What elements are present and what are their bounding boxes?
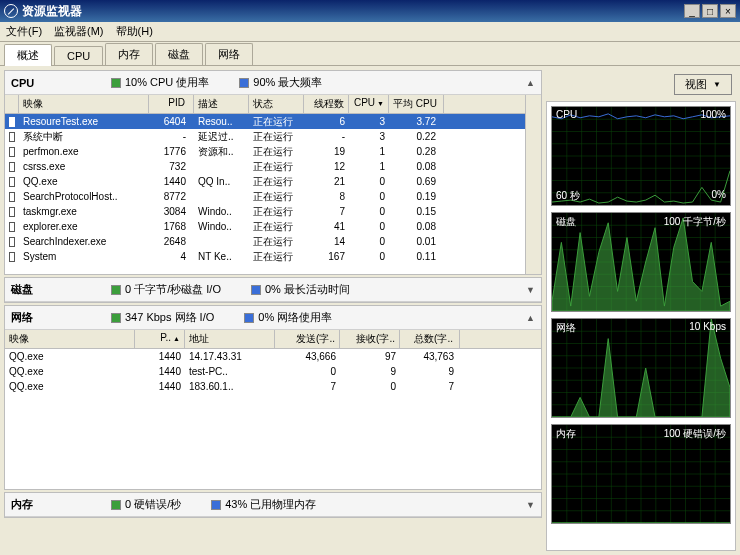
tabbar: 概述 CPU 内存 磁盘 网络 [0,42,740,66]
scrollbar-vertical[interactable] [525,95,541,274]
chevron-up-icon: ▲ [526,78,535,88]
network-panel-title: 网络 [11,310,111,325]
mem-hard-swatch-icon [111,500,121,510]
disk-io-label: 0 千字节/秒磁盘 I/O [125,282,221,297]
table-row[interactable]: System4 NT Ke..正在运行 1670 0.11 [5,249,525,264]
view-button[interactable]: 视图 ▼ [674,74,732,95]
cpu-maxfreq-swatch-icon [239,78,249,88]
table-row[interactable]: perfmon.exe1776 资源和..正在运行 191 0.28 [5,144,525,159]
table-row[interactable]: QQ.exe1440 14.17.43.3143,666 9743,763 [5,349,541,364]
cpu-panel-header[interactable]: CPU 10% CPU 使用率 90% 最大频率 ▲ [5,71,541,95]
table-row[interactable]: explorer.exe1768 Windo..正在运行 410 0.08 [5,219,525,234]
chevron-down-icon: ▼ [526,500,535,510]
menubar: 文件(F) 监视器(M) 帮助(H) [0,22,740,42]
memory-panel: 内存 0 硬错误/秒 43% 已用物理内存 ▼ [4,492,542,518]
checkbox[interactable] [9,147,15,157]
col-pid[interactable]: PID [149,95,194,113]
graph-磁盘: 磁盘100 千字节/秒 [551,212,731,312]
mem-used-label: 43% 已用物理内存 [225,497,316,512]
cpu-panel: CPU 10% CPU 使用率 90% 最大频率 ▲ 映像 PID 描述 状态 … [4,70,542,275]
checkbox[interactable] [9,117,15,127]
col-avg[interactable]: 平均 CPU [389,95,444,113]
checkbox[interactable] [9,192,15,202]
disk-io-swatch-icon [111,285,121,295]
cpu-panel-title: CPU [11,77,111,89]
titlebar: 资源监视器 _ □ × [0,0,740,22]
table-row[interactable]: csrss.exe732 正在运行 121 0.08 [5,159,525,174]
tab-network[interactable]: 网络 [205,43,253,65]
network-panel: 网络 347 Kbps 网络 I/O 0% 网络使用率 ▲ 映像 P..▲ 地址… [4,305,542,490]
net-io-label: 347 Kbps 网络 I/O [125,310,214,325]
disk-activity-swatch-icon [251,285,261,295]
col-cpu[interactable]: CPU▼ [349,95,389,113]
checkbox[interactable] [9,252,15,262]
ncol-image[interactable]: 映像 [5,330,135,348]
table-row[interactable]: QQ.exe1440 183.60.1..7 07 [5,379,541,394]
graph-内存: 内存100 硬错误/秒 [551,424,731,524]
menu-monitor[interactable]: 监视器(M) [54,24,104,39]
side-graphs: CPU100% 60 秒0% 磁盘100 千字节/秒 网络10 Kbps 内存1… [546,101,736,551]
menu-help[interactable]: 帮助(H) [116,24,153,39]
cpu-maxfreq-label: 90% 最大频率 [253,75,322,90]
table-row[interactable]: ResoureTest.exe6404 Resou..正在运行 63 3.72 [5,114,525,129]
window-title: 资源监视器 [22,3,682,20]
memory-panel-header[interactable]: 内存 0 硬错误/秒 43% 已用物理内存 ▼ [5,493,541,517]
disk-activity-label: 0% 最长活动时间 [265,282,350,297]
network-table-header: 映像 P..▲ 地址 发送(字.. 接收(字.. 总数(字.. [5,330,541,349]
net-usage-label: 0% 网络使用率 [258,310,332,325]
graph-CPU: CPU100% 60 秒0% [551,106,731,206]
sort-arrow-icon: ▲ [173,335,180,342]
tab-disk[interactable]: 磁盘 [155,43,203,65]
col-image[interactable]: 映像 [19,95,149,113]
tab-memory[interactable]: 内存 [105,43,153,65]
ncol-total[interactable]: 总数(字.. [400,330,460,348]
table-row[interactable]: SearchProtocolHost..8772 正在运行 80 0.19 [5,189,525,204]
minimize-button[interactable]: _ [684,4,700,18]
checkbox[interactable] [9,132,15,142]
sort-desc-icon: ▼ [377,100,384,107]
table-row[interactable]: QQ.exe1440 QQ In..正在运行 210 0.69 [5,174,525,189]
table-row[interactable]: taskmgr.exe3084 Windo..正在运行 70 0.15 [5,204,525,219]
disk-panel: 磁盘 0 千字节/秒磁盘 I/O 0% 最长活动时间 ▼ [4,277,542,303]
checkbox[interactable] [9,207,15,217]
checkbox[interactable] [9,222,15,232]
ncol-pid[interactable]: P..▲ [135,330,185,348]
cpu-usage-swatch-icon [111,78,121,88]
checkbox[interactable] [9,237,15,247]
chevron-up-icon: ▲ [526,313,535,323]
tab-overview[interactable]: 概述 [4,44,52,66]
menu-file[interactable]: 文件(F) [6,24,42,39]
cpu-usage-label: 10% CPU 使用率 [125,75,209,90]
ncol-addr[interactable]: 地址 [185,330,275,348]
graph-网络: 网络10 Kbps [551,318,731,418]
col-status[interactable]: 状态 [249,95,304,113]
network-table-body: QQ.exe1440 14.17.43.3143,666 9743,763QQ.… [5,349,541,399]
col-threads[interactable]: 线程数 [304,95,349,113]
memory-panel-title: 内存 [11,497,111,512]
table-row[interactable]: 系统中断- 延迟过..正在运行 -3 0.22 [5,129,525,144]
app-icon [4,4,18,18]
disk-panel-title: 磁盘 [11,282,111,297]
checkbox[interactable] [9,162,15,172]
ncol-recv[interactable]: 接收(字.. [340,330,400,348]
col-desc[interactable]: 描述 [194,95,249,113]
chevron-down-icon: ▼ [526,285,535,295]
tab-cpu[interactable]: CPU [54,46,103,65]
mem-used-swatch-icon [211,500,221,510]
table-row[interactable]: SearchIndexer.exe2648 正在运行 140 0.01 [5,234,525,249]
net-usage-swatch-icon [244,313,254,323]
maximize-button[interactable]: □ [702,4,718,18]
table-row[interactable]: QQ.exe1440 test-PC..0 99 [5,364,541,379]
cpu-table-header: 映像 PID 描述 状态 线程数 CPU▼ 平均 CPU [5,95,525,114]
close-button[interactable]: × [720,4,736,18]
chevron-down-icon: ▼ [713,80,721,89]
mem-hard-label: 0 硬错误/秒 [125,497,181,512]
network-panel-header[interactable]: 网络 347 Kbps 网络 I/O 0% 网络使用率 ▲ [5,306,541,330]
net-io-swatch-icon [111,313,121,323]
checkbox[interactable] [9,177,15,187]
cpu-table-body: ResoureTest.exe6404 Resou..正在运行 63 3.72 … [5,114,525,274]
ncol-send[interactable]: 发送(字.. [275,330,340,348]
disk-panel-header[interactable]: 磁盘 0 千字节/秒磁盘 I/O 0% 最长活动时间 ▼ [5,278,541,302]
